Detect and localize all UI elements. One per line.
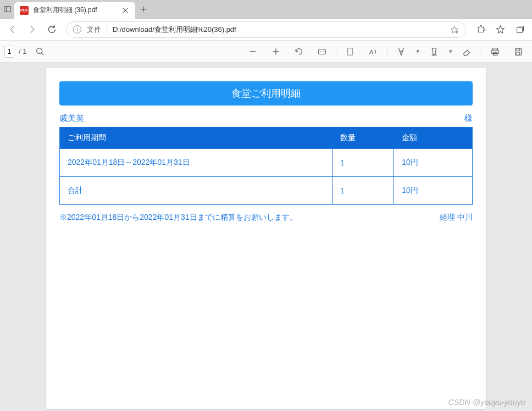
url-field[interactable]: i 文件 D:/download/食堂利用明細%20(36).pdf [66, 21, 466, 38]
usage-table: ご利用期間 数量 金額 2022年01月18日～2022年01月31日 1 10… [59, 127, 473, 205]
address-bar: i 文件 D:/download/食堂利用明細%20(36).pdf [0, 19, 532, 41]
chevron-down-icon[interactable]: ▼ [415, 48, 420, 54]
table-header-row: ご利用期間 数量 金額 [60, 127, 473, 149]
erase-button[interactable] [458, 42, 476, 61]
header-amount: 金額 [394, 127, 473, 149]
star-outline-icon[interactable] [450, 25, 459, 34]
table-row: 合計 1 10円 [60, 177, 473, 205]
header-period: ご利用期間 [60, 127, 332, 149]
new-tab-button[interactable] [135, 0, 152, 19]
svg-rect-12 [348, 48, 353, 55]
fit-icon [317, 47, 327, 57]
signer: 経理 中川 [440, 213, 473, 223]
name-row: 戚美英 様 [59, 113, 473, 124]
url-scheme-label: 文件 [87, 25, 107, 35]
svg-rect-21 [517, 52, 519, 54]
tab-close-button[interactable] [121, 6, 130, 15]
cell-amount: 10円 [394, 149, 473, 177]
page-icon [345, 47, 355, 57]
svg-point-10 [320, 51, 321, 52]
star-icon [496, 25, 505, 34]
honorific: 様 [464, 113, 473, 124]
highlight-icon [429, 47, 439, 57]
cell-period: 2022年01月18日～2022年01月31日 [60, 149, 332, 177]
watermark: CSDN @youyu-youyu [448, 398, 525, 407]
panel-icon [3, 5, 12, 13]
back-button[interactable] [3, 21, 21, 38]
pdf-viewport[interactable]: 食堂ご利用明細 戚美英 様 ご利用期間 数量 金額 2022年01月18日～20… [0, 63, 532, 411]
toolbar-separator [387, 46, 387, 58]
page-view-button[interactable] [341, 42, 359, 61]
svg-rect-0 [4, 7, 10, 12]
rotate-button[interactable] [290, 42, 308, 61]
url-text: D:/download/食堂利用明細%20(36).pdf [113, 25, 445, 35]
reload-button[interactable] [43, 21, 60, 38]
svg-point-4 [37, 48, 42, 53]
browser-tab[interactable]: PDF 食堂利用明細 (36).pdf [14, 2, 135, 19]
fit-page-button[interactable] [313, 42, 331, 61]
settlement-note: ※2022年01月18日から2022年01月31日までに精算をお願いします。 [59, 213, 297, 223]
erase-icon [462, 47, 472, 57]
favorites-button[interactable] [491, 21, 509, 38]
svg-rect-19 [516, 48, 522, 55]
pdf-icon: PDF [20, 6, 29, 15]
read-aloud-button[interactable]: A [364, 42, 383, 61]
toolbar-separator [336, 46, 336, 58]
document-title: 食堂ご利用明細 [59, 81, 473, 105]
svg-text:A: A [369, 48, 374, 55]
sidebar-toggle[interactable] [0, 0, 14, 19]
save-button[interactable] [509, 42, 528, 61]
table-row: 2022年01月18日～2022年01月31日 1 10円 [60, 149, 473, 177]
collections-button[interactable] [511, 21, 529, 38]
close-icon [123, 8, 128, 13]
pdf-page: 食堂ご利用明細 戚美英 様 ご利用期間 数量 金額 2022年01月18日～20… [46, 68, 486, 409]
svg-rect-9 [319, 49, 326, 54]
customer-name: 戚美英 [59, 113, 84, 124]
svg-rect-20 [517, 48, 519, 50]
zoom-out-button[interactable] [243, 42, 262, 61]
pdf-toolbar: / 1 A ▼ ▼ [0, 41, 532, 63]
plus-icon [271, 47, 281, 57]
minus-icon [248, 47, 258, 57]
search-icon [35, 47, 45, 57]
print-button[interactable] [486, 42, 505, 61]
cell-amount: 10円 [394, 177, 473, 205]
forward-button[interactable] [23, 21, 41, 38]
cell-period: 合計 [60, 177, 332, 205]
cell-quantity: 1 [332, 177, 394, 205]
toolbar-separator [481, 46, 481, 58]
page-total-label: / 1 [19, 47, 26, 55]
save-icon [513, 47, 523, 57]
info-icon[interactable]: i [73, 25, 81, 34]
arrow-left-icon [8, 25, 17, 34]
header-quantity: 数量 [332, 127, 394, 149]
svg-rect-3 [517, 27, 522, 32]
browser-tab-bar: PDF 食堂利用明細 (36).pdf [0, 0, 532, 19]
draw-icon [396, 47, 406, 57]
page-number-input[interactable] [4, 46, 14, 58]
highlight-button[interactable] [425, 42, 444, 61]
extensions-button[interactable] [472, 21, 489, 38]
find-button[interactable] [31, 42, 49, 61]
reload-icon [47, 25, 57, 34]
tab-title: 食堂利用明細 (36).pdf [33, 5, 117, 15]
puzzle-icon [476, 25, 485, 34]
collections-icon [516, 25, 525, 34]
chevron-down-icon[interactable]: ▼ [448, 48, 453, 54]
cell-quantity: 1 [332, 149, 394, 177]
draw-button[interactable] [392, 42, 411, 61]
svg-rect-17 [492, 50, 499, 53]
note-row: ※2022年01月18日から2022年01月31日までに精算をお願いします。 経… [59, 213, 473, 223]
zoom-in-button[interactable] [267, 42, 285, 61]
svg-point-11 [323, 51, 324, 52]
print-icon [490, 47, 500, 57]
rotate-icon [294, 47, 304, 57]
read-aloud-icon: A [368, 47, 378, 57]
arrow-right-icon [27, 25, 37, 34]
svg-line-5 [42, 53, 44, 55]
plus-icon [140, 6, 147, 13]
